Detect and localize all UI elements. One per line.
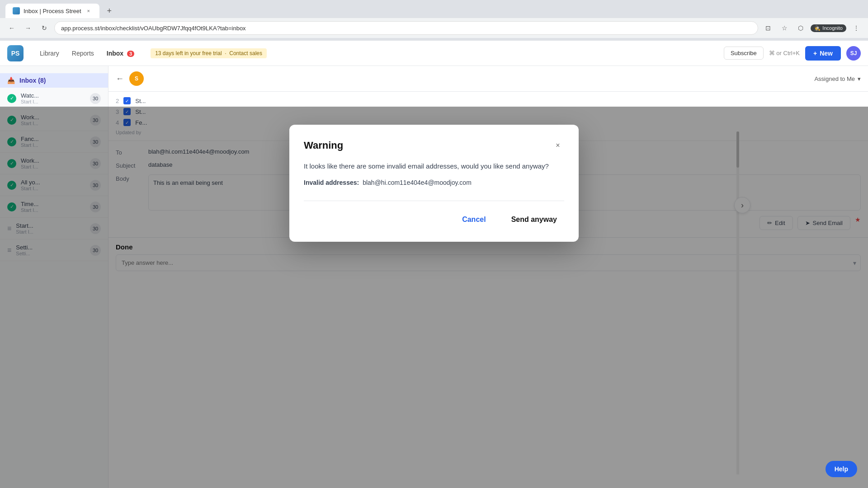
nav-reports[interactable]: Reports (66, 47, 99, 60)
modal-close-button[interactable]: × (552, 139, 564, 152)
nav-inbox[interactable]: Inbox 3 (101, 47, 140, 60)
search-shortcut: ⌘ or Ctrl+K (769, 50, 800, 56)
send-anyway-button[interactable]: Send anyway (504, 212, 564, 227)
incognito-label: Incognito (822, 25, 843, 31)
modal-title: Warning (304, 140, 343, 151)
incognito-icon: 🕵 (814, 25, 821, 31)
modal-footer: Cancel Send anyway (304, 212, 564, 227)
task-name: Watc... (21, 92, 85, 99)
modal-body-text: It looks like there are some invalid ema… (304, 161, 564, 172)
modal-divider (304, 201, 564, 201)
assigned-filter[interactable]: Assigned to Me ▾ (814, 75, 861, 82)
invalid-email: blah@hi.com11e404e4@moodjoy.com (363, 179, 472, 186)
cancel-button[interactable]: Cancel (455, 212, 493, 227)
plus-icon: + (813, 50, 817, 57)
sidebar-inbox-label: Inbox (8) (19, 77, 46, 84)
menu-icon[interactable]: ⋮ (850, 22, 863, 34)
trial-banner: 13 days left in your free trial · Contac… (151, 48, 267, 58)
sidebar-inbox[interactable]: 📥 Inbox (8) (0, 73, 108, 88)
incognito-badge: 🕵 Incognito (811, 24, 846, 32)
checklist-avatar: S (129, 71, 144, 86)
topbar-right: Subscribe ⌘ or Ctrl+K + New SJ (724, 46, 861, 61)
app-logo: PS (7, 45, 24, 61)
forward-button[interactable]: → (22, 22, 34, 34)
back-button[interactable]: ← (5, 22, 18, 34)
invalid-label: Invalid addresses: (304, 179, 359, 186)
step-checkbox-2[interactable]: ✓ (123, 97, 131, 104)
extensions-icon[interactable]: ⬡ (794, 22, 807, 34)
nav-library[interactable]: Library (34, 47, 65, 60)
content-header: ← S Assigned to Me ▾ (108, 66, 868, 92)
bookmark-icon[interactable]: ☆ (778, 22, 791, 34)
new-tab-button[interactable]: + (103, 5, 116, 17)
tab-favicon (13, 7, 20, 14)
task-badge: 30 (90, 93, 101, 104)
modal-header: Warning × (304, 139, 564, 152)
address-bar[interactable]: app.process.st/inbox/checklist/vOAUbgRDW… (54, 21, 758, 35)
topbar-nav: Library Reports Inbox 3 (34, 47, 140, 60)
tab-close-button[interactable]: × (85, 7, 92, 14)
cast-icon: ⊡ (762, 22, 774, 34)
list-item[interactable]: ✓ Watc... Start I... 30 (0, 88, 108, 109)
app-topbar: PS Library Reports Inbox 3 13 days left … (0, 41, 868, 66)
avatar[interactable]: SJ (846, 46, 861, 61)
tab-title: Inbox | Process Street (24, 8, 81, 14)
back-button[interactable]: ← (116, 74, 124, 84)
task-sub: Start I... (21, 99, 85, 104)
chevron-down-icon: ▾ (858, 75, 861, 82)
help-button[interactable]: Help (826, 461, 857, 477)
step-row-2: 2 ✓ St... (116, 97, 861, 104)
inbox-icon: 📥 (7, 77, 15, 84)
warning-modal: Warning × It looks like there are some i… (289, 125, 579, 242)
inbox-count-badge: 3 (127, 51, 134, 57)
modal-overlay: Warning × It looks like there are some i… (0, 107, 868, 488)
browser-tab[interactable]: Inbox | Process Street × (5, 4, 99, 18)
new-button[interactable]: + New (805, 46, 841, 61)
invalid-addresses-row: Invalid addresses: blah@hi.com11e404e4@m… (304, 179, 564, 186)
task-check-done: ✓ (7, 94, 16, 103)
subscribe-button[interactable]: Subscribe (724, 47, 764, 60)
url-text: app.process.st/inbox/checklist/vOAUbgRDW… (61, 25, 246, 32)
reload-button[interactable]: ↻ (38, 22, 51, 34)
